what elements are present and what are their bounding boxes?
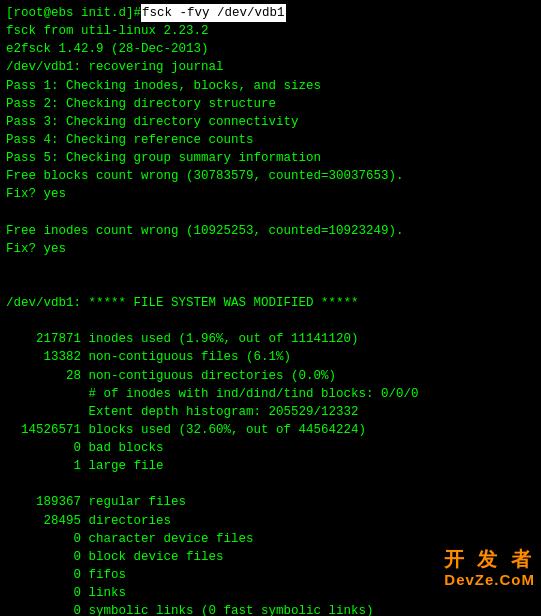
blank-5 [6, 475, 535, 493]
output-line-29: 0 character device files [6, 530, 535, 548]
blank-2 [6, 258, 535, 276]
output-line-21: # of inodes with ind/dind/tind blocks: 0… [6, 385, 535, 403]
output-line-22: Extent depth histogram: 205529/12332 [6, 403, 535, 421]
output-line-31: 0 fifos [6, 566, 535, 584]
blank-1 [6, 203, 535, 221]
command-highlight: fsck -fvy /dev/vdb1 [141, 4, 286, 22]
blank-4 [6, 312, 535, 330]
output-line-9: Free blocks count wrong (30783579, count… [6, 167, 535, 185]
output-line-20: 28 non-contiguous directories (0.0%) [6, 367, 535, 385]
output-line-13: Fix? yes [6, 240, 535, 258]
output-line-12: Free inodes count wrong (10925253, count… [6, 222, 535, 240]
output-line-32: 0 links [6, 584, 535, 602]
output-line-4: Pass 1: Checking inodes, blocks, and siz… [6, 77, 535, 95]
output-line-28: 28495 directories [6, 512, 535, 530]
output-line-33: 0 symbolic links (0 fast symbolic links) [6, 602, 535, 616]
prompt-1: [root@ebs init.d]# [6, 4, 141, 22]
terminal: [root@ebs init.d]# fsck -fvy /dev/vdb1 f… [0, 0, 541, 616]
output-line-2: e2fsck 1.42.9 (28-Dec-2013) [6, 40, 535, 58]
output-line-25: 1 large file [6, 457, 535, 475]
output-line-23: 14526571 blocks used (32.60%, out of 445… [6, 421, 535, 439]
output-line-5: Pass 2: Checking directory structure [6, 95, 535, 113]
output-line-3: /dev/vdb1: recovering journal [6, 58, 535, 76]
command-line: [root@ebs init.d]# fsck -fvy /dev/vdb1 [6, 4, 535, 22]
output-line-19: 13382 non-contiguous files (6.1%) [6, 348, 535, 366]
output-line-6: Pass 3: Checking directory connectivity [6, 113, 535, 131]
output-line-7: Pass 4: Checking reference counts [6, 131, 535, 149]
output-line-8: Pass 5: Checking group summary informati… [6, 149, 535, 167]
blank-3 [6, 276, 535, 294]
output-line-10: Fix? yes [6, 185, 535, 203]
output-line-27: 189367 regular files [6, 493, 535, 511]
output-line-18: 217871 inodes used (1.96%, out of 111411… [6, 330, 535, 348]
output-line-16: /dev/vdb1: ***** FILE SYSTEM WAS MODIFIE… [6, 294, 535, 312]
output-line-24: 0 bad blocks [6, 439, 535, 457]
output-line-1: fsck from util-linux 2.23.2 [6, 22, 535, 40]
output-line-30: 0 block device files [6, 548, 535, 566]
